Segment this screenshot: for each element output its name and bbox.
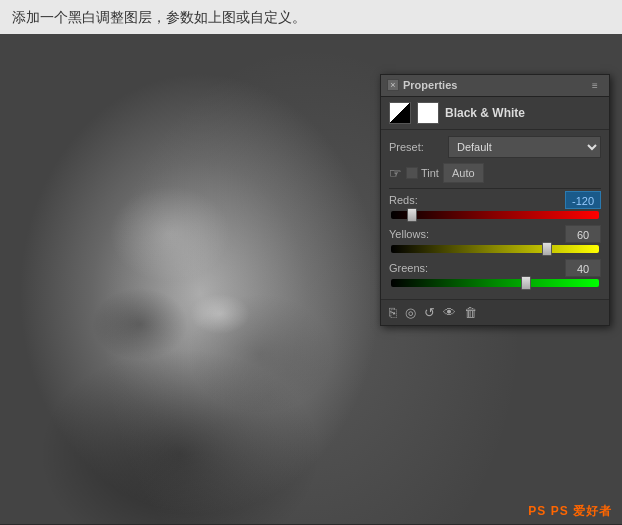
auto-button[interactable]: Auto	[443, 163, 484, 183]
preset-row: Preset: Default	[389, 136, 601, 158]
preset-label: Preset:	[389, 141, 444, 153]
reds-track[interactable]	[391, 211, 599, 219]
footer-icons: ⎘ ◎ ↺ 👁 🗑	[389, 305, 477, 320]
greens-slider-group: Greens: 40	[389, 259, 601, 287]
greens-label: Greens:	[389, 262, 428, 274]
reds-thumb[interactable]	[407, 208, 417, 222]
panel-menu-button[interactable]: ≡	[587, 77, 603, 93]
top-bar: 添加一个黑白调整图层，参数如上图或自定义。	[0, 0, 622, 34]
tint-label: Tint	[421, 167, 439, 179]
mask-thumbnail	[417, 102, 439, 124]
tint-checkbox[interactable]	[406, 167, 418, 179]
yellows-slider-group: Yellows: 60	[389, 225, 601, 253]
instruction-text: 添加一个黑白调整图层，参数如上图或自定义。	[12, 9, 306, 25]
reset-icon[interactable]: ↺	[424, 305, 435, 320]
greens-value[interactable]: 40	[565, 259, 601, 277]
layer-thumbnail	[389, 102, 411, 124]
reds-value[interactable]: -120	[565, 191, 601, 209]
main-area: × Properties ≡ Black & White Preset: Def…	[0, 34, 622, 524]
yellows-label: Yellows:	[389, 228, 429, 240]
yellows-track[interactable]	[391, 245, 599, 253]
tint-area: Tint	[406, 167, 439, 179]
panel-body: Preset: Default ☞ Tint Auto Reds: -1	[381, 130, 609, 299]
panel-footer: ⎘ ◎ ↺ 👁 🗑	[381, 299, 609, 325]
watermark-text: PS 爱好者	[551, 504, 612, 518]
close-icon: ×	[390, 80, 395, 90]
visibility-icon[interactable]: 👁	[443, 305, 456, 320]
preset-select[interactable]: Default	[448, 136, 601, 158]
tint-auto-row: ☞ Tint Auto	[389, 163, 601, 183]
watermark-ps: PS	[528, 504, 550, 518]
hand-icon: ☞	[389, 165, 402, 181]
eye-icon[interactable]: ◎	[405, 305, 416, 320]
yellows-value[interactable]: 60	[565, 225, 601, 243]
panel-titlebar: × Properties ≡	[381, 75, 609, 97]
watermark-area: PS PS 爱好者	[528, 503, 612, 520]
reds-slider-group: Reds: -120	[389, 191, 601, 219]
properties-panel: × Properties ≡ Black & White Preset: Def…	[380, 74, 610, 326]
panel-title: Properties	[403, 79, 457, 91]
reds-label: Reds:	[389, 194, 418, 206]
adjustment-label: Black & White	[445, 106, 525, 120]
panel-header: Black & White	[381, 97, 609, 130]
greens-track[interactable]	[391, 279, 599, 287]
yellows-thumb[interactable]	[542, 242, 552, 256]
delete-icon[interactable]: 🗑	[464, 305, 477, 320]
clip-icon[interactable]: ⎘	[389, 305, 397, 320]
menu-icon: ≡	[592, 80, 598, 91]
close-button[interactable]: ×	[387, 79, 399, 91]
greens-thumb[interactable]	[521, 276, 531, 290]
